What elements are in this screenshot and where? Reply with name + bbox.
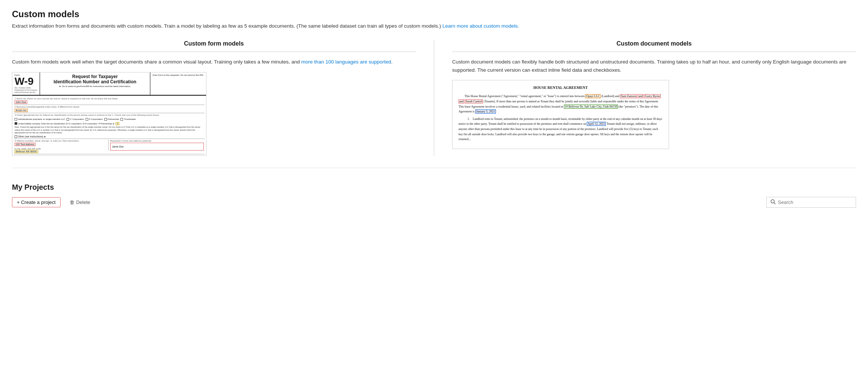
w9-cb-individual-label: Individual/sole proprietor or single-mem… xyxy=(18,118,65,120)
svg-line-1 xyxy=(774,202,776,204)
w9-field1-label: 1 Name (as shown on your income tax retu… xyxy=(15,97,204,100)
custom-document-models-column: Custom document models Custom document m… xyxy=(452,40,856,156)
custom-form-models-title: Custom form models xyxy=(12,40,416,52)
w9-cb-partnership-label: Partnership xyxy=(108,118,119,120)
w9-field2-value: Arctex Inc xyxy=(15,109,28,112)
doc-para1: This House Rental Agreement ("Agreement,… xyxy=(458,94,663,114)
languages-link[interactable]: more than 100 languages are supported xyxy=(301,59,391,65)
w9-field1-row: 1 Name (as shown on your income tax retu… xyxy=(14,97,205,105)
w9-field1-value: John Doe xyxy=(15,100,27,104)
w9-cb-scorp-label: S Corporation xyxy=(89,118,103,120)
w9-checkbox-row: Individual/sole proprietor or single-mem… xyxy=(15,118,136,121)
w9-field3-row: 3 Check appropriate box for federal tax … xyxy=(14,113,205,139)
toolbar-left: + Create a project 🗑 Delete xyxy=(12,197,93,207)
w9-requester-value: Jamie Doe xyxy=(110,143,204,151)
delete-icon: 🗑 xyxy=(70,199,74,205)
w9-cb-llc: Limited liability company. Enter the tax… xyxy=(15,122,119,125)
doc-para1-intro: This House Rental Agreement ("Agreement,… xyxy=(464,95,585,98)
page-title: Custom models xyxy=(12,9,856,19)
custom-document-models-title: Custom document models xyxy=(452,40,856,52)
w9-cb-trust-label: Trust/estate xyxy=(124,118,135,120)
w9-title-line1: Request for Taxpayer xyxy=(42,74,148,79)
w9-address-label: 5 Address (number, street, and apt. or s… xyxy=(15,140,108,142)
doc-title: HOUSE RENTAL AGREEMENT xyxy=(458,85,663,91)
w9-llc-note: Note: Check the appropriate box in the l… xyxy=(15,126,204,134)
w9-cb-ccorp: C Corporation xyxy=(67,118,84,121)
custom-document-models-description: Custom document models can flexibly hand… xyxy=(452,58,856,74)
w9-cb-trust: Trust/estate xyxy=(120,118,135,121)
w9-cb-other: Other (see instructions) ► xyxy=(15,135,46,138)
w9-cb-ccorp-label: C Corporation xyxy=(70,118,84,120)
w9-address-section: 5 Address (number, street, and apt. or s… xyxy=(15,140,108,153)
w9-cb-llc-value: S xyxy=(116,122,119,125)
w9-form-number: W-9 xyxy=(15,76,37,87)
w9-cb-scorp: S Corporation xyxy=(86,118,103,121)
landlord-name-tag: Opayi LLC xyxy=(585,94,601,98)
tenant3-tag: Sarah Cantrel xyxy=(465,99,483,103)
w9-field2-label: 2 Business name/disregarded entity name,… xyxy=(15,106,204,108)
tenant-and-tag: and xyxy=(638,94,644,98)
w9-form-label: Form W-9 Rev. October 2018) Department o… xyxy=(12,72,40,95)
w9-title-line2: Identification Number and Certification xyxy=(42,79,148,84)
page-subtitle: Extract information from forms and docum… xyxy=(12,22,856,30)
w9-cb-trust-box xyxy=(120,118,123,121)
house-rental-preview: HOUSE RENTAL AGREEMENT This House Rental… xyxy=(452,80,669,149)
learn-more-link[interactable]: Learn more about custom models. xyxy=(442,23,519,29)
date-tag: January 5, 2021 xyxy=(475,109,496,114)
w9-field3-label: 3 Check appropriate box for federal tax … xyxy=(15,114,160,116)
w9-dept: Department of the Treasury xyxy=(15,89,37,91)
subtitle-text: Extract information from forms and docum… xyxy=(12,23,441,29)
projects-toolbar: + Create a project 🗑 Delete xyxy=(12,197,856,208)
w9-cb-llc-label: Limited liability company. Enter the tax… xyxy=(18,123,115,125)
w9-right-text: Give Form to the requester. Do not send … xyxy=(150,72,206,95)
delete-button-label: Delete xyxy=(76,199,91,205)
create-project-button[interactable]: + Create a project xyxy=(12,197,61,207)
custom-form-models-description: Custom form models work well when the ta… xyxy=(12,58,416,66)
w9-cb-other-box xyxy=(15,135,17,138)
w9-instructions: ► Go to www.irs.gov/FormW9 for instructi… xyxy=(42,85,148,87)
tenant1-tag: Sam Zamora xyxy=(620,94,637,98)
w9-form-preview: Form W-9 Rev. October 2018) Department o… xyxy=(12,72,206,156)
my-projects-title: My Projects xyxy=(12,183,856,192)
delete-button[interactable]: 🗑 Delete xyxy=(67,198,93,207)
search-input[interactable] xyxy=(778,199,852,205)
date2-tag: April 12, 2021 xyxy=(587,122,606,126)
w9-cb-ccorp-box xyxy=(67,118,69,121)
w9-address-row: 5 Address (number, street, and apt. or s… xyxy=(14,139,205,154)
search-icon xyxy=(770,199,776,205)
w9-cb-scorp-box xyxy=(86,118,88,121)
w9-cb-partnership-box xyxy=(104,118,107,121)
w9-cb-individual-box xyxy=(15,118,17,121)
w9-title-section: Request for Taxpayer Identification Numb… xyxy=(40,72,150,95)
w9-address-value: 100 Test Address xyxy=(15,143,36,146)
custom-form-models-column: Custom form models Custom form models wo… xyxy=(12,40,416,156)
models-section: Custom form models Custom form models wo… xyxy=(12,40,856,168)
tenant-and2-tag: and xyxy=(458,99,464,103)
w9-field1: 1 Name (as shown on your income tax retu… xyxy=(15,97,204,104)
w9-city-section: 6 City, state, and ZIP code Bellevue WA … xyxy=(15,148,108,153)
doc-and-text: (Landlord) and xyxy=(601,95,620,98)
doc-body: This House Rental Agreement ("Agreement,… xyxy=(458,94,663,142)
w9-body: 1 Name (as shown on your income tax retu… xyxy=(12,96,206,155)
search-box[interactable] xyxy=(766,197,856,208)
w9-requester-section: Requester's name and address (optional) … xyxy=(108,140,204,151)
address-tag: 19 Bellevue Dr, Salt Lake City, Utah 841… xyxy=(564,105,618,109)
doc-para2: 1. Landlord rents to Tenant, unfurnished… xyxy=(458,117,663,142)
w9-field2-row: 2 Business name/disregarded entity name,… xyxy=(14,105,205,113)
w9-cb-other-label: Other (see instructions) ► xyxy=(18,135,46,138)
w9-city-value: Bellevue WA 98000 xyxy=(15,150,38,153)
w9-irs: Internal Revenue Service xyxy=(15,91,37,93)
column-divider xyxy=(434,40,434,156)
w9-cb-llc-box xyxy=(15,122,17,125)
w9-field2: 2 Business name/disregarded entity name,… xyxy=(15,106,204,112)
my-projects-section: My Projects + Create a project 🗑 Delete xyxy=(12,183,856,208)
tenant2-tag: Garry Byrne xyxy=(644,94,661,98)
w9-requester-label: Requester's name and address (optional) xyxy=(110,140,204,142)
w9-cb-individual: Individual/sole proprietor or single-mem… xyxy=(15,118,65,121)
w9-cb-partnership: Partnership xyxy=(104,118,119,121)
